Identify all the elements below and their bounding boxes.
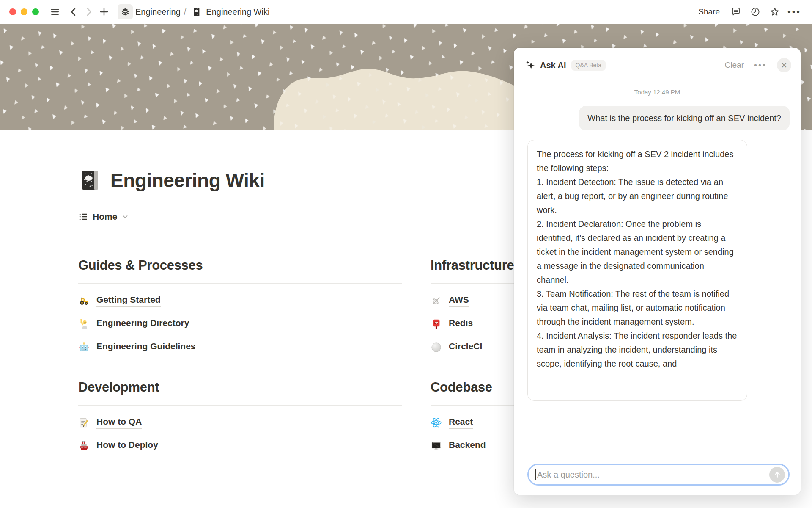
breadcrumb: Engineering / Engineering Wiki — [135, 7, 269, 17]
section-heading: Guides & Processes — [78, 258, 402, 273]
window-toolbar: Engineering / Engineering Wiki Share — [0, 0, 812, 24]
robot-icon — [78, 342, 90, 353]
sidebar-menu-button[interactable] — [47, 4, 63, 19]
page-link-engineering-directory[interactable]: Engineering Directory — [78, 318, 402, 330]
close-icon: ✕ — [781, 61, 787, 70]
divider — [78, 283, 402, 284]
person-raising-hand-icon — [78, 318, 90, 330]
page-link-getting-started[interactable]: Getting Started — [78, 295, 402, 307]
list-view-icon — [78, 212, 88, 222]
chevron-right-icon — [84, 7, 94, 17]
page-link-label[interactable]: Engineering Directory — [96, 318, 189, 330]
forward-button[interactable] — [81, 4, 96, 19]
page-link-label[interactable]: CircleCI — [449, 341, 482, 353]
minimize-window-button[interactable] — [21, 8, 27, 15]
page-link-label[interactable]: Redis — [449, 318, 473, 330]
ask-question-bar[interactable] — [527, 464, 790, 486]
share-button[interactable]: Share — [694, 5, 724, 19]
tractor-icon — [78, 295, 90, 306]
user-question-bubble: What is the process for kicking off an S… — [579, 106, 790, 130]
back-button[interactable] — [66, 4, 81, 19]
history-button[interactable] — [748, 4, 763, 19]
chat-thread[interactable]: Today 12:49 PM What is the process for k… — [514, 78, 801, 495]
clock-icon — [750, 7, 760, 17]
page-link-label[interactable]: How to QA — [96, 417, 142, 429]
plus-icon — [99, 7, 109, 17]
chat-timestamp: Today 12:49 PM — [514, 88, 801, 96]
page-link-label[interactable]: How to Deploy — [96, 440, 158, 452]
postbox-icon — [431, 318, 442, 330]
chevron-left-icon — [69, 7, 79, 17]
ai-sparkle-icon — [525, 60, 536, 71]
page-link-how-to-deploy[interactable]: How to Deploy — [78, 440, 402, 452]
page-link-label[interactable]: Getting Started — [96, 295, 161, 307]
ask-ai-title: Ask AI — [540, 61, 566, 70]
traffic-lights — [9, 8, 39, 15]
star-icon — [770, 7, 780, 17]
send-button[interactable] — [769, 467, 785, 483]
teamspace-icon-chip[interactable] — [118, 4, 133, 19]
page-link-label[interactable]: React — [449, 417, 473, 429]
monitor-icon — [431, 440, 442, 452]
arrow-up-icon — [773, 470, 782, 479]
ship-icon — [78, 440, 90, 452]
comment-icon — [731, 7, 741, 17]
new-page-button[interactable] — [96, 4, 112, 19]
section-heading: Development — [78, 380, 402, 395]
zoom-window-button[interactable] — [32, 8, 39, 15]
react-atom-icon — [431, 417, 442, 428]
notebook-icon — [78, 168, 102, 192]
notebook-icon — [192, 7, 202, 17]
comments-button[interactable] — [728, 4, 743, 19]
hamburger-icon — [50, 7, 60, 17]
view-tab-label: Home — [93, 212, 117, 222]
ai-answer-bubble: The process for kicking off a SEV 2 inci… — [527, 140, 747, 401]
panel-more-options-button[interactable]: ••• — [754, 61, 767, 70]
close-panel-button[interactable]: ✕ — [777, 58, 791, 72]
layers-icon — [121, 7, 130, 17]
page-link-label[interactable]: Engineering Guidelines — [96, 341, 196, 353]
page-link-engineering-guidelines[interactable]: Engineering Guidelines — [78, 341, 402, 353]
close-window-button[interactable] — [9, 8, 16, 15]
spider-web-icon — [431, 295, 442, 306]
chevron-down-icon — [121, 213, 129, 221]
memo-pencil-icon — [78, 417, 90, 428]
ask-ai-panel: Ask AI Q&A Beta Clear ••• ✕ Today 12:49 … — [514, 48, 801, 495]
clear-button[interactable]: Clear — [725, 61, 744, 70]
divider — [78, 405, 402, 406]
breadcrumb-team[interactable]: Engineering — [135, 7, 181, 17]
page-title: Engineering Wiki — [110, 169, 265, 192]
page-link-label[interactable]: AWS — [449, 295, 469, 307]
page-link-label[interactable]: Backend — [449, 440, 486, 452]
page-link-how-to-qa[interactable]: How to QA — [78, 417, 402, 429]
ellipsis-icon: ••• — [787, 10, 801, 14]
breadcrumb-separator: / — [184, 7, 187, 17]
favorite-button[interactable] — [767, 4, 782, 19]
gray-circle-icon — [431, 342, 442, 353]
text-caret — [535, 469, 536, 480]
breadcrumb-page[interactable]: Engineering Wiki — [206, 7, 269, 17]
qa-beta-badge: Q&A Beta — [571, 60, 606, 71]
more-options-button[interactable]: ••• — [787, 4, 802, 19]
ask-question-input[interactable] — [537, 470, 769, 480]
